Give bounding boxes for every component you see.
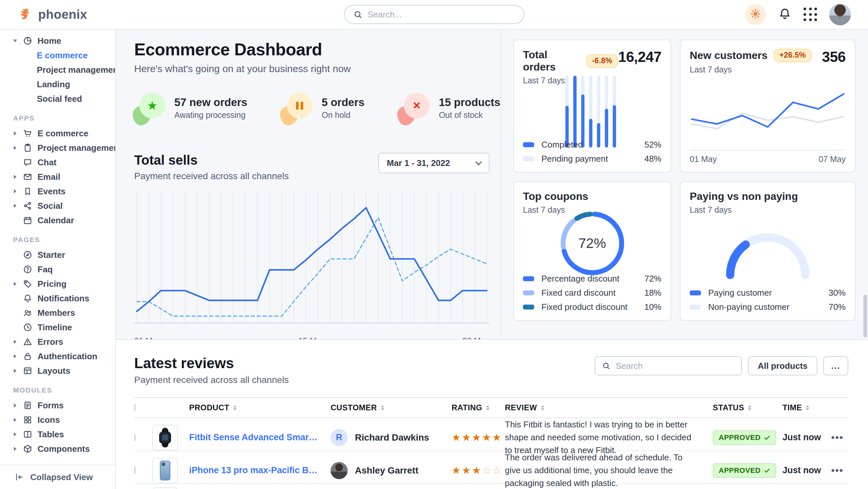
sidebar-item-home[interactable]: Home: [0, 34, 115, 48]
column-header-time[interactable]: TIME: [782, 403, 831, 412]
layout-icon: [23, 366, 33, 376]
sidebar-item-e-commerce[interactable]: E commerce: [0, 126, 115, 141]
file-icon: [23, 400, 33, 410]
review-time: Just now: [782, 432, 831, 442]
total-orders-bar-chart: [523, 85, 661, 138]
reviews-search[interactable]: [595, 356, 742, 375]
stat-title: 5 orders: [322, 96, 365, 109]
clock-icon: [23, 322, 33, 332]
rating-stars: ★★★☆☆: [452, 464, 505, 477]
legend-label: Completed: [541, 140, 583, 150]
legend-value: 48%: [644, 154, 661, 164]
apps-menu-button[interactable]: [804, 7, 817, 21]
card-period: Last 7 days: [690, 65, 812, 75]
theme-toggle-button[interactable]: [745, 4, 766, 25]
x-label-end: 07 May: [819, 154, 846, 164]
bookmark-icon: [23, 186, 33, 196]
sidebar-item-events[interactable]: Events: [0, 184, 115, 199]
column-header-customer[interactable]: CUSTOMER: [331, 403, 452, 412]
date-range-select[interactable]: Mar 1 - 31, 2022: [378, 153, 489, 173]
sidebar-item-calendar[interactable]: Calendar: [0, 213, 115, 228]
stat-icon: ✕: [399, 93, 430, 123]
rating-stars: ★★★★★: [452, 431, 505, 443]
star-icon: ☆: [482, 465, 492, 476]
sidebar-item-label: Layouts: [37, 366, 70, 376]
sidebar-item-layouts[interactable]: Layouts: [0, 364, 115, 378]
reviews-table-header: PRODUCT CUSTOMER RATING REVIEW STATUS TI…: [134, 397, 848, 418]
row-menu-button[interactable]: •••: [831, 465, 844, 476]
table-row: Fitbit Sense Advanced Smartwatch with To…: [134, 418, 848, 451]
total-orders-card: Total orders -6.8% Last 7 days 16,247 Co…: [513, 39, 671, 173]
donut-center-value: 72%: [556, 207, 628, 280]
notifications-button[interactable]: [778, 7, 792, 22]
row-checkbox[interactable]: [134, 467, 135, 474]
sidebar-item-chat[interactable]: Chat: [0, 155, 115, 170]
star-icon: ★: [482, 432, 492, 443]
column-header-rating[interactable]: RATING: [452, 403, 505, 412]
caret-right-icon: [14, 354, 17, 358]
caret-right-icon: [14, 432, 17, 436]
paying-gauge-chart: [690, 215, 846, 286]
legend-row: Non-paying customer70%: [690, 302, 846, 312]
sidebar-item-timeline[interactable]: Timeline: [0, 320, 115, 335]
reviews-search-input[interactable]: [616, 361, 735, 371]
sidebar-item-label: Errors: [37, 337, 63, 347]
product-thumbnail[interactable]: [152, 487, 178, 489]
stat-title: 57 new orders: [174, 96, 247, 109]
product-thumbnail[interactable]: [152, 458, 178, 483]
sidebar-item-errors[interactable]: Errors: [0, 335, 115, 349]
sidebar-subitem-project-management[interactable]: Project management: [0, 63, 115, 77]
sidebar-item-authentication[interactable]: Authentication: [0, 349, 115, 364]
sidebar-item-faq[interactable]: Faq: [0, 262, 115, 277]
column-header-review[interactable]: REVIEW: [505, 403, 713, 412]
select-all-checkbox[interactable]: [134, 404, 135, 411]
product-link[interactable]: Fitbit Sense Advanced Smartwatch with To…: [189, 432, 331, 442]
sort-icon: [381, 405, 384, 410]
collapse-sidebar-button[interactable]: Collapsed View: [0, 465, 115, 489]
product-link[interactable]: iPhone 13 pro max-Pacific Blue-128GB sto…: [189, 465, 331, 476]
column-header-product[interactable]: PRODUCT: [189, 403, 331, 412]
total-sells-subtitle: Payment received across all channels: [134, 171, 289, 181]
sidebar-item-tables[interactable]: Tables: [0, 427, 115, 441]
sidebar-subitem-e-commerce[interactable]: E commerce: [0, 48, 115, 63]
sidebar-item-label: Notifications: [37, 293, 89, 304]
lock-icon: [23, 351, 33, 361]
sidebar-item-email[interactable]: Email: [0, 170, 115, 184]
sidebar-subitem-social-feed[interactable]: Social feed: [0, 91, 115, 106]
status-badge: APPROVED: [713, 463, 776, 478]
sidebar-item-label: Events: [37, 186, 65, 197]
sidebar-item-icons[interactable]: Icons: [0, 412, 115, 427]
reviews-more-button[interactable]: ...: [823, 356, 848, 375]
sidebar-item-members[interactable]: Members: [0, 306, 115, 320]
brand-name: phoenix: [38, 7, 87, 22]
legend-swatch: [523, 290, 534, 295]
sidebar-item-starter[interactable]: Starter: [0, 248, 115, 262]
all-products-button[interactable]: All products: [748, 356, 818, 375]
sidebar-item-notifications[interactable]: Notifications: [0, 291, 115, 306]
legend-swatch: [523, 305, 534, 310]
sidebar-item-project-management[interactable]: Project management: [0, 141, 115, 155]
row-menu-button[interactable]: •••: [831, 432, 844, 443]
global-search[interactable]: [344, 5, 524, 24]
global-search-input[interactable]: [368, 9, 515, 20]
sidebar-item-label: Starter: [37, 250, 65, 260]
scrollbar-thumb[interactable]: [863, 295, 867, 338]
star-icon: ☆: [492, 465, 502, 476]
sort-icon: [486, 405, 489, 410]
sidebar-subitem-landing[interactable]: Landing: [0, 77, 115, 91]
sidebar-item-components[interactable]: Components: [0, 441, 115, 456]
column-header-status[interactable]: STATUS: [713, 403, 782, 412]
caret-right-icon: [14, 132, 17, 135]
row-checkbox[interactable]: [134, 434, 135, 441]
sidebar-item-pricing[interactable]: Pricing: [0, 277, 115, 291]
brand-logo[interactable]: phoenix: [0, 7, 116, 22]
sidebar-item-social[interactable]: Social: [0, 199, 115, 213]
table-row: [134, 484, 848, 489]
new-customers-value: 356: [822, 49, 846, 65]
review-text: The order was delivered ahead of schedul…: [505, 451, 713, 489]
top-coupons-card: Top coupons Last 7 days 72% Percent: [513, 181, 671, 321]
sidebar-item-forms[interactable]: Forms: [0, 398, 115, 412]
product-thumbnail[interactable]: [152, 425, 178, 451]
legend-swatch: [523, 156, 534, 161]
profile-avatar[interactable]: [829, 4, 851, 25]
